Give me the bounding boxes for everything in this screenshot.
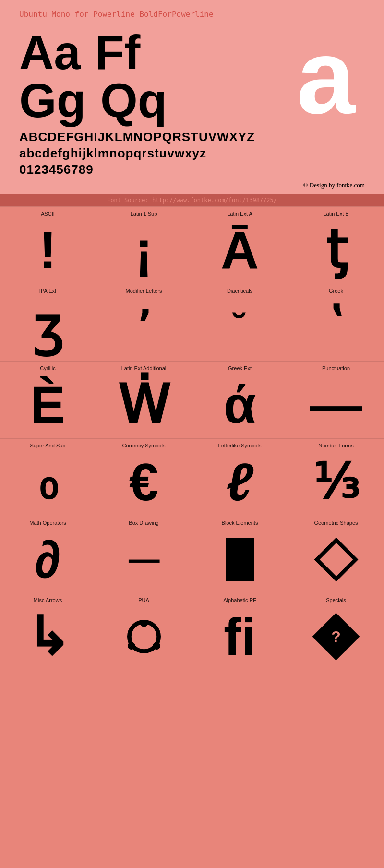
cell-super-sub: Super And Sub ₀ bbox=[0, 439, 96, 516]
cell-specials: Specials ? bbox=[288, 593, 384, 670]
glyph-cyrillic: È bbox=[30, 373, 65, 436]
svg-point-3 bbox=[153, 642, 160, 650]
q-diamond-char: ? bbox=[331, 629, 341, 644]
diamond-shape bbox=[314, 537, 358, 581]
cell-latin-ext-b: Latin Ext B ƫ bbox=[288, 207, 384, 284]
alphabet-section: ABCDEFGHIJKLMNOPQRSTUVWXYZ abcdefghijklm… bbox=[19, 129, 365, 178]
glyph-latin-b: ƫ bbox=[326, 218, 347, 282]
label-geometric: Geometric Shapes bbox=[314, 520, 358, 526]
cell-currency: Currency Symbols € bbox=[96, 439, 192, 516]
cell-ascii: ASCII ! bbox=[0, 207, 96, 284]
glyph-greek-ext: ά bbox=[224, 373, 256, 436]
glyph-diacritic: ˘ bbox=[233, 296, 246, 359]
label-letterlike: Letterlike Symbols bbox=[218, 443, 262, 448]
glyph-fi-ligature: ﬁ bbox=[224, 605, 256, 668]
glyph-partial-diff: ∂ bbox=[35, 528, 60, 591]
cell-misc-arrows: Misc Arrows ↳ bbox=[0, 593, 96, 670]
glyph-latin-ext-add: Ẇ bbox=[118, 373, 170, 436]
top-section: Ubuntu Mono for Powerline BoldForPowerli… bbox=[0, 0, 384, 194]
label-alphabetic-pf: Alphabetic PF bbox=[223, 597, 256, 603]
glyph-greek: ʽ bbox=[329, 296, 343, 359]
glyph-grid: ASCII ! Latin 1 Sup ¡ Latin Ext A Ā Lati… bbox=[0, 206, 384, 670]
glyph-large-a: a bbox=[297, 29, 365, 124]
label-number-forms: Number Forms bbox=[318, 443, 353, 448]
glyph-arrow: ↳ bbox=[26, 605, 70, 668]
label-greek: Greek bbox=[329, 288, 343, 294]
cell-geometric: Geometric Shapes bbox=[288, 516, 384, 593]
glyph-modifier: ʼ bbox=[137, 296, 151, 359]
grid-row-3: Cyrillic È Latin Ext Additional Ẇ Greek … bbox=[0, 361, 384, 438]
glyph-inverted-exclaim: ¡ bbox=[135, 218, 153, 282]
cell-latin1sup: Latin 1 Sup ¡ bbox=[96, 207, 192, 284]
label-latin1sup: Latin 1 Sup bbox=[131, 211, 157, 217]
label-specials: Specials bbox=[326, 597, 346, 603]
cell-modifier: Modifier Letters ʼ bbox=[96, 284, 192, 361]
cell-diacriticals: Diacriticals ˘ bbox=[192, 284, 288, 361]
cell-greek: Greek ʽ bbox=[288, 284, 384, 361]
cell-latin-ext-a: Latin Ext A Ā bbox=[192, 207, 288, 284]
glyph-a-macron: Ā bbox=[221, 218, 259, 282]
label-ipa-ext: IPA Ext bbox=[39, 288, 56, 294]
glyph-qq: Qq bbox=[100, 76, 167, 124]
svg-point-2 bbox=[127, 642, 135, 650]
label-diacriticals: Diacriticals bbox=[227, 288, 252, 294]
glyph-ubuntu bbox=[127, 605, 161, 668]
cell-greek-ext: Greek Ext ά bbox=[192, 362, 288, 438]
glyph-subscript-0: ₀ bbox=[38, 450, 58, 514]
glyph-left: Aa Ff Gg Qq bbox=[19, 28, 297, 124]
glyph-diamond bbox=[321, 528, 352, 591]
glyph-em-dash: — bbox=[310, 373, 362, 436]
label-box-drawing: Box Drawing bbox=[129, 520, 158, 526]
alphabet-lower: abcdefghijklmnopqrstuvwxyz bbox=[19, 145, 365, 162]
glyph-aa: Aa bbox=[19, 28, 81, 76]
cell-letterlike: Letterlike Symbols ℓ bbox=[192, 439, 288, 516]
glyph-ff: Ff bbox=[95, 28, 140, 76]
cell-box-drawing: Box Drawing ─ bbox=[96, 516, 192, 593]
svg-point-1 bbox=[140, 620, 148, 627]
cell-alphabetic-pf: Alphabetic PF ﬁ bbox=[192, 593, 288, 670]
label-punctuation: Punctuation bbox=[322, 365, 350, 371]
glyph-exclaim: ! bbox=[39, 218, 57, 282]
label-ascii: ASCII bbox=[41, 211, 55, 217]
glyph-script-l: ℓ bbox=[226, 450, 253, 514]
glyph-one-third: ⅓ bbox=[313, 450, 360, 514]
label-modifier: Modifier Letters bbox=[126, 288, 162, 294]
glyph-right: a bbox=[297, 28, 365, 124]
label-pua: PUA bbox=[138, 597, 149, 603]
label-latin-ext-a: Latin Ext A bbox=[227, 211, 252, 217]
glyph-ezh: ʒ bbox=[33, 296, 63, 359]
label-currency: Currency Symbols bbox=[122, 443, 166, 448]
grid-row-6: Misc Arrows ↳ PUA Alphabetic PF ﬁ Specia… bbox=[0, 593, 384, 670]
cell-ipa-ext: IPA Ext ʒ bbox=[0, 284, 96, 361]
grid-row-5: Math Operators ∂ Box Drawing ─ Block Ele… bbox=[0, 516, 384, 593]
label-misc-arrows: Misc Arrows bbox=[34, 597, 62, 603]
glyph-block-rect bbox=[226, 528, 254, 591]
label-block-elements: Block Elements bbox=[222, 520, 258, 526]
black-rectangle bbox=[226, 538, 254, 581]
glyph-euro: € bbox=[129, 450, 158, 514]
ubuntu-logo-svg bbox=[127, 620, 161, 653]
glyph-special-diamond: ? bbox=[319, 605, 353, 668]
glyph-row-1: Aa Ff bbox=[19, 28, 297, 76]
glyph-row-2: Gg Qq bbox=[19, 76, 297, 124]
grid-row-2: IPA Ext ʒ Modifier Letters ʼ Diacritical… bbox=[0, 284, 384, 361]
copyright: © Design by fontke.com bbox=[19, 181, 365, 189]
label-latin-ext-b: Latin Ext B bbox=[323, 211, 348, 217]
glyph-box-line: ─ bbox=[129, 528, 159, 591]
cell-number-forms: Number Forms ⅓ bbox=[288, 439, 384, 516]
question-diamond: ? bbox=[319, 620, 353, 653]
label-cyrillic: Cyrillic bbox=[40, 365, 55, 371]
cell-math-operators: Math Operators ∂ bbox=[0, 516, 96, 593]
digits: 0123456789 bbox=[19, 162, 365, 178]
cell-latin-ext-add: Latin Ext Additional Ẇ bbox=[96, 362, 192, 438]
label-greek-ext: Greek Ext bbox=[228, 365, 252, 371]
label-super-sub: Super And Sub bbox=[30, 443, 65, 448]
label-math-operators: Math Operators bbox=[29, 520, 66, 526]
label-latin-ext-add: Latin Ext Additional bbox=[121, 365, 167, 371]
source-bar: Font Source: http://www.fontke.com/font/… bbox=[0, 194, 384, 206]
glyph-gg: Gg bbox=[19, 76, 86, 124]
grid-row-1: ASCII ! Latin 1 Sup ¡ Latin Ext A Ā Lati… bbox=[0, 206, 384, 284]
grid-row-4: Super And Sub ₀ Currency Symbols € Lette… bbox=[0, 438, 384, 516]
cell-punctuation: Punctuation — bbox=[288, 362, 384, 438]
specimen-area: Aa Ff Gg Qq a bbox=[19, 28, 365, 124]
